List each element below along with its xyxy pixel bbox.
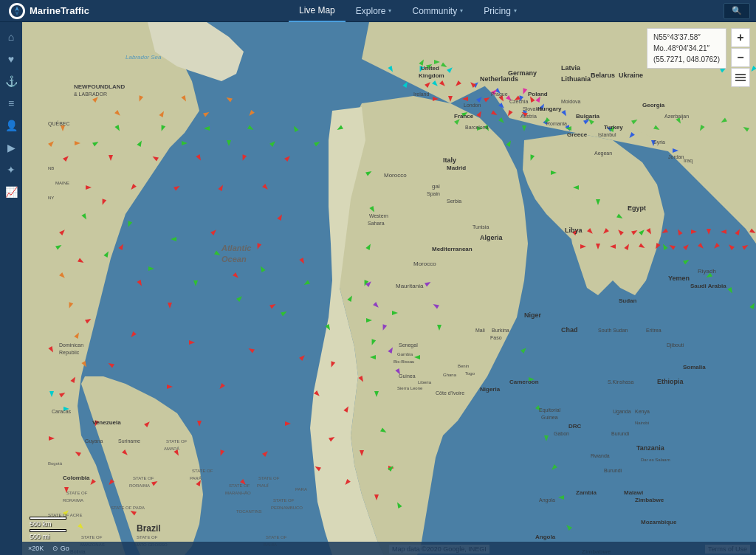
- svg-text:Niger: Niger: [524, 311, 542, 319]
- svg-text:Algeria: Algeria: [480, 234, 504, 241]
- svg-text:Burundi: Burundi: [604, 468, 622, 473]
- svg-text:Georgia: Georgia: [642, 102, 665, 108]
- svg-text:STATE OF: STATE OF: [66, 491, 88, 495]
- svg-text:Dominican: Dominican: [59, 342, 83, 348]
- svg-text:Ethiopia: Ethiopia: [657, 378, 684, 385]
- svg-text:Nairobi: Nairobi: [635, 421, 649, 425]
- svg-text:Republic: Republic: [59, 350, 80, 356]
- svg-text:Benin: Benin: [458, 364, 469, 368]
- svg-text:Morocco: Morocco: [413, 261, 436, 267]
- svg-text:Czechia: Czechia: [509, 99, 528, 104]
- svg-rect-371: [735, 80, 746, 81]
- zoom-in-button[interactable]: +: [731, 28, 750, 47]
- svg-text:Romania: Romania: [546, 121, 567, 126]
- svg-text:NB: NB: [48, 166, 54, 170]
- svg-text:Ireland: Ireland: [413, 92, 430, 97]
- svg-text:RORAIMA: RORAIMA: [63, 498, 83, 503]
- heart-icon[interactable]: ♥: [2, 50, 20, 68]
- chart-icon[interactable]: 📈: [2, 183, 20, 201]
- svg-text:Equitorial: Equitorial: [539, 407, 561, 413]
- svg-text:Poland: Poland: [528, 91, 548, 97]
- svg-text:Yemen: Yemen: [668, 275, 690, 282]
- svg-rect-369: [735, 74, 746, 75]
- svg-text:Austria: Austria: [520, 114, 537, 119]
- svg-text:MARANHÃO: MARANHÃO: [225, 491, 251, 495]
- svg-text:Sahara: Sahara: [368, 221, 385, 226]
- community-chevron: ▾: [460, 7, 463, 14]
- svg-text:STATE OF: STATE OF: [266, 535, 287, 540]
- svg-text:Rwanda: Rwanda: [591, 453, 610, 458]
- svg-text:Sudan: Sudan: [619, 297, 637, 304]
- logo-area: MarineTraffic: [0, 3, 98, 19]
- svg-text:Angola: Angola: [539, 497, 555, 503]
- person-icon[interactable]: 👤: [2, 117, 20, 134]
- tool-icon[interactable]: ✦: [2, 161, 20, 179]
- svg-text:Eritrea: Eritrea: [646, 328, 662, 333]
- zoom-controls: + −: [731, 28, 750, 67]
- map-container[interactable]: NEWFOUNDLAND & LABRADOR QUÉBEC NB MAINE …: [22, 22, 756, 555]
- search-button[interactable]: 🔍: [724, 3, 750, 19]
- svg-text:Spain: Spain: [427, 191, 440, 197]
- map-svg: NEWFOUNDLAND & LABRADOR QUÉBEC NB MAINE …: [22, 22, 756, 555]
- svg-text:Ocean: Ocean: [221, 255, 247, 263]
- play-icon[interactable]: ▶: [2, 139, 20, 156]
- svg-text:Bogotá: Bogotá: [48, 461, 63, 466]
- anchor-icon[interactable]: ⚓: [2, 72, 20, 90]
- pricing-chevron: ▾: [514, 7, 517, 14]
- svg-text:Ghana: Ghana: [443, 373, 457, 377]
- svg-text:Uganda: Uganda: [613, 409, 631, 415]
- svg-text:Jordan: Jordan: [668, 154, 684, 159]
- svg-text:Senegal: Senegal: [399, 342, 418, 348]
- svg-text:Tunisia: Tunisia: [472, 224, 489, 230]
- svg-text:Guinea: Guinea: [399, 373, 416, 379]
- svg-text:Atlantic: Atlantic: [221, 244, 251, 252]
- svg-text:gal: gal: [432, 183, 440, 190]
- svg-text:Liberia: Liberia: [418, 380, 432, 385]
- coord-lng: Mo..48°04′34.21″: [653, 43, 720, 54]
- svg-text:Libya: Libya: [565, 227, 583, 234]
- svg-text:QUÉBEC: QUÉBEC: [48, 120, 70, 127]
- svg-text:Zambia: Zambia: [576, 489, 597, 496]
- go-button[interactable]: ⊙ Go: [52, 545, 69, 552]
- svg-text:Madrid: Madrid: [447, 165, 466, 171]
- scale-label-km: 500 km: [30, 517, 66, 528]
- svg-text:Serbia: Serbia: [447, 199, 461, 204]
- svg-text:Suriname: Suriname: [118, 438, 140, 444]
- scale-label-mi: 500 mi: [30, 529, 66, 540]
- svg-text:Nigeria: Nigeria: [480, 386, 501, 393]
- nav-explore[interactable]: Explore ▾: [346, 0, 402, 22]
- svg-text:Angola: Angola: [535, 534, 556, 540]
- nav-livemap[interactable]: Live Map: [289, 0, 346, 22]
- zoom-out-button[interactable]: −: [731, 48, 750, 67]
- explore-chevron: ▾: [388, 7, 391, 14]
- svg-text:STATE OF PARA: STATE OF PARA: [111, 506, 145, 510]
- svg-text:DRC: DRC: [568, 423, 582, 430]
- svg-text:S.Kinshasa: S.Kinshasa: [608, 379, 634, 385]
- svg-text:STATE OF: STATE OF: [133, 476, 154, 480]
- svg-text:STATE OF: STATE OF: [137, 535, 158, 540]
- svg-text:Venezuela: Venezuela: [92, 419, 121, 426]
- home-icon[interactable]: ⌂: [2, 28, 20, 46]
- svg-text:Syria: Syria: [653, 139, 665, 145]
- svg-text:STATE OF: STATE OF: [81, 535, 103, 540]
- svg-text:France: France: [454, 113, 474, 120]
- svg-text:Turkey: Turkey: [604, 124, 623, 131]
- svg-text:Malawi: Malawi: [624, 489, 643, 496]
- nav-community[interactable]: Community ▾: [402, 0, 473, 22]
- svg-text:MAINE: MAINE: [55, 181, 69, 185]
- svg-text:STATE OF: STATE OF: [229, 483, 250, 488]
- nav-pricing[interactable]: Pricing ▾: [473, 0, 527, 22]
- svg-text:Azerbaijan: Azerbaijan: [664, 114, 689, 120]
- filter-icon[interactable]: ≡: [2, 94, 20, 112]
- coord-decimal: (55.7271, 048.0762): [653, 54, 720, 65]
- nav-links: Live Map Explore ▾ Community ▾ Pricing ▾: [98, 0, 718, 22]
- svg-text:Lithuania: Lithuania: [561, 75, 591, 83]
- map-type-button[interactable]: [731, 68, 750, 87]
- bottom-bar: ×20K ⊙ Go: [22, 542, 756, 555]
- coordinate-box: N55°43′37.58″ Mo..48°04′34.21″ (55.7271,…: [647, 28, 726, 69]
- coord-lat: N55°43′37.58″: [653, 32, 720, 43]
- svg-text:Bulgaria: Bulgaria: [576, 113, 600, 120]
- svg-text:AMAPÁ: AMAPÁ: [164, 447, 179, 451]
- scale-bar: 500 km 500 mi: [30, 517, 66, 540]
- svg-text:TOCANTINS: TOCANTINS: [236, 509, 262, 514]
